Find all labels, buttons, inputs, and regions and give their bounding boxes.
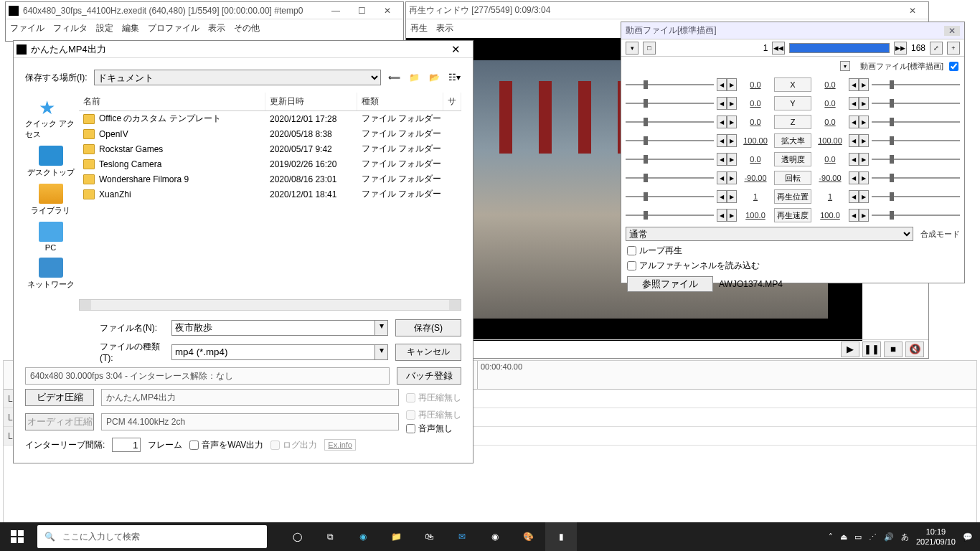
param-dec-r[interactable]: ◀ (849, 97, 859, 110)
tray-volume-icon[interactable]: 🔊 (884, 532, 894, 542)
exinfo-link[interactable]: Ex.info (324, 439, 356, 451)
save-titlebar[interactable]: かんたんMP4出力 ✕ (14, 41, 473, 58)
param-dec-r[interactable]: ◀ (849, 78, 859, 91)
add-button[interactable]: + (947, 42, 960, 55)
tray-chevron-icon[interactable]: ˄ (829, 532, 833, 542)
edge-icon[interactable]: ◉ (347, 522, 379, 551)
place-desktop[interactable]: デスクトップ (27, 146, 75, 178)
param-inc-r[interactable]: ▶ (859, 78, 869, 91)
param-dec[interactable]: ◀ (717, 209, 727, 222)
save-location-select[interactable]: ドキュメント (94, 70, 381, 85)
tray-clock[interactable]: 10:192021/09/10 (916, 527, 956, 547)
param-dec-r[interactable]: ◀ (849, 134, 859, 147)
param-dec[interactable]: ◀ (717, 116, 727, 128)
param-dec-r[interactable]: ◀ (849, 116, 859, 128)
param-inc-r[interactable]: ▶ (859, 209, 869, 222)
menu-profile[interactable]: プロファイル (148, 22, 199, 34)
aviutl-icon[interactable]: ▮ (545, 522, 577, 551)
param-inc-r[interactable]: ▶ (859, 190, 869, 203)
param-value-left[interactable]: 0.0 (740, 80, 771, 89)
param-dec[interactable]: ◀ (717, 153, 727, 166)
view-menu-icon[interactable]: ☷▾ (447, 70, 461, 85)
set-end-icon[interactable]: □ (643, 42, 656, 55)
playback-close-button[interactable]: ✕ (900, 3, 925, 19)
param-slider-left[interactable] (626, 135, 714, 146)
new-folder-icon[interactable]: 📂 (427, 70, 441, 85)
param-inc[interactable]: ▶ (727, 171, 737, 184)
up-icon[interactable]: 📁 (407, 70, 421, 85)
col-name[interactable]: 名前 (79, 93, 265, 110)
param-inc[interactable]: ▶ (727, 97, 737, 110)
param-slider-right[interactable] (872, 209, 960, 221)
param-dec-r[interactable]: ◀ (849, 153, 859, 166)
menu-file[interactable]: ファイル (10, 22, 44, 34)
param-value-right[interactable]: 0.0 (814, 155, 846, 164)
file-list-scrollbar[interactable] (79, 299, 461, 311)
param-value-left[interactable]: 0.0 (740, 118, 771, 126)
explorer-icon[interactable]: 📁 (380, 522, 412, 551)
taskbar-search[interactable]: 🔍ここに入力して検索 (37, 525, 267, 548)
param-name-button[interactable]: 拡大率 (774, 133, 811, 148)
col-date[interactable]: 更新日時 (265, 93, 357, 110)
playback-titlebar[interactable]: 再生ウィンドウ [277/5549] 0:09/3:04 ✕ (406, 2, 928, 19)
cancel-button[interactable]: キャンセル (395, 344, 461, 361)
save-button[interactable]: 保存(S) (395, 319, 461, 336)
tray-wifi-icon[interactable]: ⋰ (869, 532, 877, 542)
param-slider-right[interactable] (872, 191, 960, 202)
wav-output-checkbox[interactable]: 音声をWAV出力 (189, 439, 263, 451)
param-slider-left[interactable] (626, 172, 714, 184)
param-slider-right[interactable] (872, 135, 960, 146)
param-inc[interactable]: ▶ (727, 153, 737, 166)
props-seekbar[interactable] (789, 43, 890, 53)
param-name-button[interactable]: 再生速度 (774, 208, 811, 222)
place-libraries[interactable]: ライブラリ (31, 184, 70, 216)
param-slider-left[interactable] (626, 79, 714, 90)
param-name-button[interactable]: Y (774, 96, 811, 110)
menu-filter[interactable]: フィルタ (53, 22, 88, 34)
param-value-right[interactable]: -90.00 (814, 174, 846, 182)
cortana-icon[interactable]: ◯ (281, 522, 313, 551)
file-item[interactable]: Teslong Camera2019/02/26 16:20ファイル フォルダー (79, 156, 461, 171)
param-dec[interactable]: ◀ (717, 78, 727, 91)
param-value-right[interactable]: 100.0 (814, 211, 846, 220)
param-value-left[interactable]: 0.0 (740, 155, 771, 164)
stop-button[interactable]: ■ (884, 342, 903, 357)
param-slider-left[interactable] (626, 116, 714, 128)
paint-icon[interactable]: 🎨 (512, 522, 544, 551)
param-inc-r[interactable]: ▶ (859, 153, 869, 166)
param-name-button[interactable]: 透明度 (774, 152, 811, 166)
param-dec-r[interactable]: ◀ (849, 171, 859, 184)
mute-button[interactable]: 🔇 (905, 342, 924, 357)
param-slider-right[interactable] (872, 116, 960, 128)
store-icon[interactable]: 🛍 (413, 522, 445, 551)
param-dec[interactable]: ◀ (717, 97, 727, 110)
param-value-right[interactable]: 0.0 (814, 80, 846, 89)
param-dec[interactable]: ◀ (717, 134, 727, 147)
param-inc-r[interactable]: ▶ (859, 116, 869, 128)
set-start-icon[interactable]: ▾ (626, 42, 639, 55)
param-value-left[interactable]: 100.00 (740, 136, 771, 145)
param-slider-left[interactable] (626, 154, 714, 165)
close-button[interactable]: ✕ (374, 3, 400, 19)
param-slider-right[interactable] (872, 98, 960, 109)
file-item[interactable]: OpenIV2020/05/18 8:38ファイル フォルダー (79, 126, 461, 141)
param-dec-r[interactable]: ◀ (849, 190, 859, 203)
param-value-right[interactable]: 0.0 (814, 118, 846, 126)
param-name-button[interactable]: 回転 (774, 171, 811, 185)
seek-end-button[interactable]: ▶▶ (894, 42, 907, 55)
param-name-button[interactable]: Z (774, 115, 811, 129)
param-value-left[interactable]: 100.0 (740, 211, 771, 220)
loop-checkbox[interactable]: ループ再生 (621, 243, 964, 258)
playback-menu-view[interactable]: 表示 (436, 22, 453, 34)
video-compress-button[interactable]: ビデオ圧縮 (25, 389, 94, 406)
param-inc[interactable]: ▶ (727, 116, 737, 128)
playback-menu-play[interactable]: 再生 (410, 22, 428, 34)
back-icon[interactable]: ⟸ (387, 70, 401, 85)
param-dec-r[interactable]: ◀ (849, 209, 859, 222)
param-value-right[interactable]: 1 (814, 192, 846, 201)
props-close-button[interactable]: ✕ (944, 26, 960, 36)
param-slider-right[interactable] (872, 79, 960, 90)
interleave-input[interactable] (112, 438, 141, 452)
param-inc[interactable]: ▶ (727, 190, 737, 203)
filetype-select[interactable] (171, 344, 375, 360)
